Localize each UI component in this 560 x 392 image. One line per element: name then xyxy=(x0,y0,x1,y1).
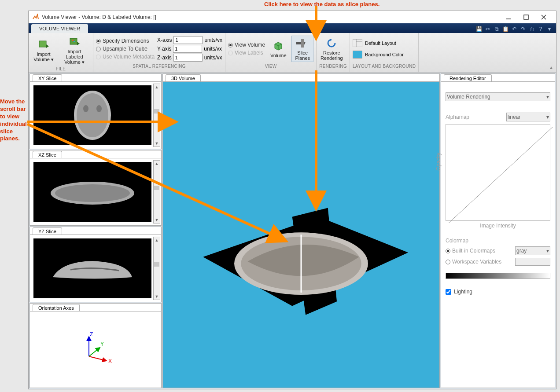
lighting-checkbox-input[interactable] xyxy=(446,289,451,295)
toolstrip: Import Volume ▾ Import Labeled Volume ▾ … xyxy=(29,33,556,73)
svg-point-21 xyxy=(96,105,102,112)
colormap-bar xyxy=(446,273,550,279)
svg-rect-1 xyxy=(524,15,528,19)
lighting-checkbox[interactable]: Lighting xyxy=(446,289,550,295)
xz-slice-scrollbar[interactable]: ▲▼ xyxy=(153,160,160,223)
background-color-button[interactable]: Background Color xyxy=(353,51,404,59)
restore-icon xyxy=(325,37,338,49)
x-axis-input[interactable] xyxy=(173,36,203,44)
upsample-to-cube-radio[interactable]: Upsample To Cube xyxy=(96,45,155,53)
colormap-select[interactable]: gray▾ xyxy=(515,246,550,255)
xy-slice-view[interactable] xyxy=(33,85,151,145)
volume-button[interactable]: Volume xyxy=(268,39,289,59)
workspace-variables-radio[interactable]: Workspace Variables xyxy=(446,258,501,266)
app-window: Volume Viewer - Volume: D & Labeled Volu… xyxy=(28,11,556,389)
view-volume-radio[interactable]: View Volume xyxy=(228,41,265,49)
svg-rect-7 xyxy=(74,41,75,42)
toolstrip-group-layout: Default Layout Background Color LAYOUT A… xyxy=(350,33,419,72)
xz-slice-view[interactable] xyxy=(33,162,151,222)
import-labeled-icon xyxy=(68,36,81,48)
print-icon[interactable]: ⎙ xyxy=(528,25,536,33)
xy-slice-panel: XY Slice ▲▼ xyxy=(29,73,162,149)
z-axis-input[interactable] xyxy=(173,54,203,62)
matlab-logo-icon xyxy=(32,14,39,21)
xz-slice-tab[interactable]: XZ Slice xyxy=(33,151,62,158)
default-layout-button[interactable]: Default Layout xyxy=(353,39,396,47)
copy-icon[interactable]: ⧉ xyxy=(493,25,501,33)
layout-icon xyxy=(353,39,362,47)
import-volume-icon xyxy=(37,38,50,51)
help-icon[interactable]: ? xyxy=(537,25,545,33)
undo-icon[interactable]: ↶ xyxy=(510,25,518,33)
3d-volume-panel: 3D Volume xyxy=(162,73,440,388)
svg-text:X: X xyxy=(108,358,112,364)
svg-line-38 xyxy=(449,127,553,223)
alphamap-plot[interactable] xyxy=(446,124,550,221)
cut-icon[interactable]: ✂ xyxy=(484,25,492,33)
import-labeled-volume-button[interactable]: Import Labeled Volume ▾ xyxy=(59,35,90,66)
svg-text:Y: Y xyxy=(100,341,104,347)
xz-slice-panel: XZ Slice ▲▼ xyxy=(29,150,162,226)
svg-point-24 xyxy=(55,184,130,202)
svg-line-27 xyxy=(89,348,100,356)
maximize-button[interactable] xyxy=(517,11,535,23)
annotation-left: Move the scroll bar to view individual s… xyxy=(0,98,27,143)
ribbon-strip: VOLUME VIEWER 💾 ✂ ⧉ 📋 ↶ ↷ ⎙ ? ▾ xyxy=(29,23,556,33)
save-icon[interactable]: 💾 xyxy=(475,25,483,33)
svg-rect-14 xyxy=(353,39,362,47)
builtin-colormaps-radio[interactable]: Built-in Colormaps xyxy=(446,247,495,255)
slice-planes-icon xyxy=(296,37,309,49)
y-axis-input[interactable] xyxy=(173,45,202,53)
svg-rect-13 xyxy=(301,39,304,48)
yz-slice-tab[interactable]: YZ Slice xyxy=(33,227,62,235)
svg-rect-4 xyxy=(39,41,46,47)
close-button[interactable] xyxy=(535,11,553,23)
titlebar: Volume Viewer - Volume: D & Labeled Volu… xyxy=(29,11,556,23)
import-volume-button[interactable]: Import Volume ▾ xyxy=(31,37,56,63)
volume-cube-icon xyxy=(272,40,284,52)
xy-slice-scrollbar[interactable]: ▲▼ xyxy=(153,84,160,147)
yz-slice-panel: YZ Slice ▲▼ xyxy=(29,227,162,302)
yz-slice-view[interactable] xyxy=(33,238,151,298)
collapse-toolstrip-icon[interactable]: ▴ xyxy=(419,33,556,72)
svg-rect-12 xyxy=(296,42,306,44)
toolstrip-group-file: Import Volume ▾ Import Labeled Volume ▾ … xyxy=(29,33,93,72)
view-labels-radio[interactable]: View Labels xyxy=(228,49,265,57)
toolstrip-group-view: View Volume View Labels Volume Slice Pla… xyxy=(225,33,317,72)
slice-planes-button[interactable]: Slice Planes xyxy=(291,36,313,62)
orientation-axes-panel: Orientation Axes X Y Z xyxy=(29,303,162,388)
specify-dimensions-radio[interactable]: Specify Dimensions xyxy=(96,37,155,45)
annotation-top: Click here to view the data as slice pla… xyxy=(264,1,379,7)
redo-icon[interactable]: ↷ xyxy=(519,25,527,33)
orientation-axes-view[interactable]: X Y Z xyxy=(76,330,115,370)
bgcolor-swatch-icon xyxy=(353,51,362,59)
rendering-mode-select[interactable]: Volume Rendering▾ xyxy=(446,92,550,101)
svg-point-19 xyxy=(77,93,108,137)
dropdown-icon[interactable]: ▾ xyxy=(545,25,553,33)
3d-volume-tab[interactable]: 3D Volume xyxy=(166,74,201,82)
ribbon-tab-volume-viewer[interactable]: VOLUME VIEWER xyxy=(31,24,88,33)
work-area: XY Slice ▲▼ XZ Slice ▲▼ YZ Sli xyxy=(29,73,556,389)
use-volume-metadata-radio[interactable]: Use Volume Metadata xyxy=(96,53,155,61)
svg-rect-6 xyxy=(72,40,74,41)
window-title: Volume Viewer - Volume: D & Labeled Volu… xyxy=(42,14,500,20)
orientation-axes-tab[interactable]: Orientation Axes xyxy=(33,304,80,311)
paste-icon[interactable]: 📋 xyxy=(501,25,509,33)
yz-slice-scrollbar[interactable]: ▲▼ xyxy=(153,237,160,300)
xy-slice-tab[interactable]: XY Slice xyxy=(33,74,62,82)
svg-point-20 xyxy=(83,105,88,112)
minimize-button[interactable] xyxy=(500,11,517,23)
restore-rendering-button[interactable]: Restore Rendering xyxy=(319,36,344,62)
3d-volume-view[interactable] xyxy=(163,81,439,388)
rendering-editor-tab[interactable]: Rendering Editor xyxy=(444,74,492,82)
workspace-var-select[interactable] xyxy=(515,258,550,266)
svg-line-26 xyxy=(89,356,107,361)
toolstrip-group-spatial: Specify Dimensions Upsample To Cube Use … xyxy=(93,33,225,72)
toolstrip-group-rendering: Restore Rendering RENDERING xyxy=(317,33,350,72)
alphamap-select[interactable]: linear▾ xyxy=(506,113,550,121)
svg-text:Z: Z xyxy=(90,331,93,337)
rendering-editor-panel: Rendering Editor Volume Rendering▾ Alpha… xyxy=(441,73,555,388)
